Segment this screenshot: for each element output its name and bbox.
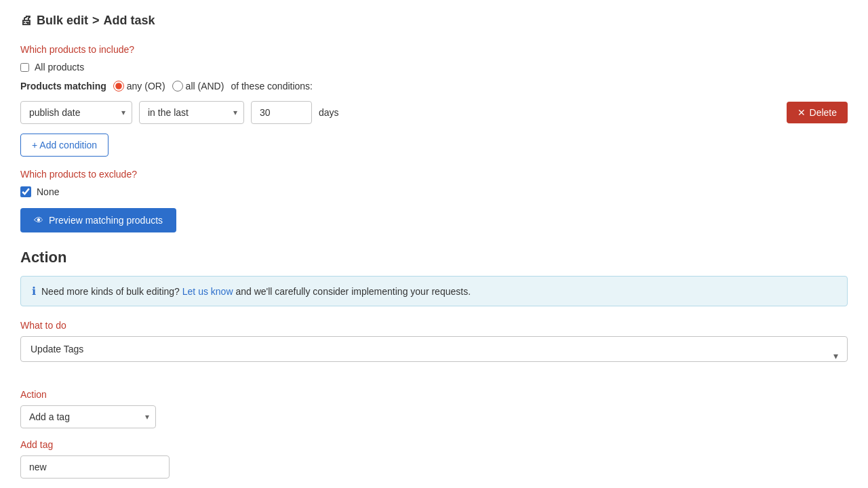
action-sub-select-wrapper: Add a tag Remove a tag Replace tags ▾ [20,405,156,428]
action-sub-label: Action [20,389,848,400]
breadcrumb-current: Add task [104,14,155,28]
any-or-radio[interactable] [113,81,124,92]
what-to-do-select[interactable]: Update Tags Update Price Update Vendor U… [20,336,848,362]
preview-matching-products-button[interactable]: 👁 Preview matching products [20,208,176,232]
info-text: Need more kinds of bulk editing? Let us … [41,286,471,297]
radio-all-and: all (AND) [172,81,224,92]
add-tag-input[interactable] [20,455,170,479]
info-banner: ℹ Need more kinds of bulk editing? Let u… [20,276,848,306]
all-and-radio[interactable] [172,81,183,92]
radio-any-or: any (OR) [113,81,165,92]
any-or-radio-label[interactable]: any (OR) [113,81,165,92]
all-products-row: All products [20,62,848,73]
include-question: Which products to include? [20,44,848,55]
what-to-do-label: What to do [20,320,848,331]
include-section: Which products to include? All products … [20,44,848,169]
none-checkbox[interactable] [20,186,31,197]
x-icon: ✕ [797,107,806,118]
printer-icon: 🖨 [20,14,33,28]
action-section: Action ℹ Need more kinds of bulk editing… [20,249,848,488]
breadcrumb: 🖨 Bulk edit > Add task [20,14,848,28]
condition-field-wrapper: publish date title vendor product type t… [20,101,132,124]
all-products-checkbox[interactable] [20,63,29,72]
condition-row: publish date title vendor product type t… [20,101,848,124]
of-conditions-label: of these conditions: [231,81,313,92]
none-row: None [20,186,848,197]
action-title: Action [20,249,848,266]
breadcrumb-separator: > [92,14,100,28]
exclude-question: Which products to exclude? [20,169,848,180]
exclude-section: Which products to exclude? None [20,169,848,197]
condition-operator-wrapper: in the last is is not before after ▾ [139,101,244,124]
what-to-do-wrapper: Update Tags Update Price Update Vendor U… [20,336,848,375]
condition-operator-select[interactable]: in the last is is not before after [139,101,244,124]
action-sub-select[interactable]: Add a tag Remove a tag Replace tags [20,405,156,428]
all-products-label[interactable]: All products [35,62,84,73]
add-tag-label: Add tag [20,439,848,450]
days-label: days [319,107,339,118]
let-us-know-link[interactable]: Let us know [182,286,233,297]
none-label[interactable]: None [37,186,59,197]
products-matching-label: Products matching [20,81,106,92]
breadcrumb-parent[interactable]: Bulk edit [37,14,88,28]
info-icon: ℹ [32,285,36,298]
eye-icon: 👁 [34,215,43,226]
condition-field-select[interactable]: publish date title vendor product type t… [20,101,132,124]
condition-number-input[interactable] [251,101,312,124]
products-matching-row: Products matching any (OR) all (AND) of … [20,81,848,92]
delete-button[interactable]: ✕ Delete [787,102,848,123]
all-and-radio-label[interactable]: all (AND) [172,81,224,92]
add-condition-button[interactable]: + Add condition [20,134,108,157]
